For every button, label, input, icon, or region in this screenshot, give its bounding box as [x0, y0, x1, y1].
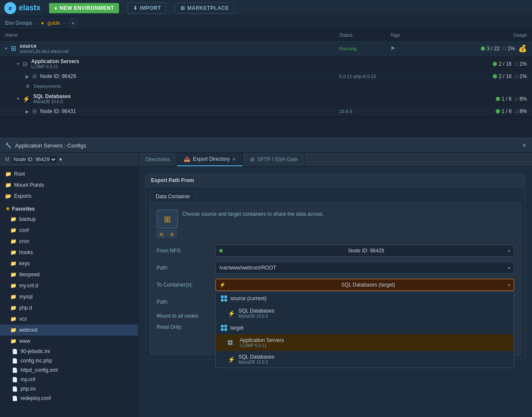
marketplace-button[interactable]: ⊞ MARKETPLACE: [175, 3, 234, 14]
folder-webroot-icon: 📁: [10, 327, 17, 333]
sidebar-item-litespeed[interactable]: 📁 litespeed: [0, 269, 138, 280]
tab-directories-label: Directories: [145, 156, 170, 162]
export-form: ⊞ ⊞ ⊞ Choose source and target container…: [149, 202, 521, 355]
sidebar-item-conf[interactable]: 📁 conf: [0, 225, 138, 236]
from-nfs-dropdown[interactable]: Node ID: 96429 ▾: [215, 245, 514, 257]
breadcrumb-env-groups[interactable]: Env Groups: [5, 20, 32, 26]
dropdown-item-target[interactable]: target: [216, 321, 514, 334]
node-header-icon: M: [5, 156, 9, 162]
import-button[interactable]: ⬇ IMPORT: [128, 3, 166, 14]
folder-cron-icon: 📁: [10, 238, 17, 244]
breadcrumb-add-button[interactable]: +: [69, 19, 77, 27]
config-panel-title: Application Servers : Configs: [15, 142, 86, 149]
file-icon-1: 📄: [12, 349, 18, 354]
sidebar-item-phpd[interactable]: 📁 php.d: [0, 302, 138, 313]
hooks-label: hooks: [19, 249, 33, 255]
file-httpd-config[interactable]: 📄 httpd_config.xml: [0, 365, 138, 375]
green-dot: [481, 46, 485, 51]
dropdown-item-source-current[interactable]: source (current): [216, 292, 514, 305]
folder-vcs-icon: 📁: [10, 316, 17, 322]
sidebar-item-mount-points[interactable]: 📁 Mount Points: [0, 180, 138, 191]
left-sidebar: M Node ID: 96429 ▾ 📁 Root 📁 Mount Points: [0, 153, 139, 417]
conf-label: conf: [19, 227, 29, 233]
tab-close-button[interactable]: ✕: [232, 157, 235, 162]
sidebar-item-keys[interactable]: 📁 keys: [0, 258, 138, 269]
folder-icon-root: 📁: [5, 171, 12, 177]
storage-icon5: □: [515, 108, 518, 114]
sidebar-item-cron[interactable]: 📁 cron: [0, 236, 138, 247]
phpd-label: php.d: [19, 305, 32, 311]
app-logo[interactable]: e elastx: [4, 2, 41, 14]
source-usage-count: 3 / 22: [481, 46, 500, 52]
file-mycnf[interactable]: 📄 my.cnf: [0, 375, 138, 384]
tab-directories[interactable]: Directories: [139, 153, 177, 166]
sidebar-item-mycnfd[interactable]: 📁 my.cnf.d: [0, 280, 138, 291]
export-tab-icon: 📤: [184, 156, 190, 162]
path-dropdown[interactable]: /var/www/webroot/ROOT ▾: [215, 262, 514, 274]
sql-source-detail: MariaDB 10.6.5: [238, 314, 274, 319]
tab-sftp[interactable]: 🖥 SFTP / SSH Gate: [243, 153, 305, 166]
sidebar-item-mysql[interactable]: 📁 mysql: [0, 291, 138, 302]
sql-detail: MariaDB 10.6.5: [33, 99, 71, 104]
dropdown-item-sql-source[interactable]: ⚡ SQL Databases MariaDB 10.6.5: [216, 305, 514, 321]
container-dropdown-arrow: ▾: [508, 283, 510, 287]
file-httpd-label: httpd_config.xml: [20, 367, 58, 373]
app-servers-row[interactable]: ▾ ⊟ Application Servers LLSMP 6.0.11 2 /…: [0, 56, 532, 71]
sidebar-item-vcs[interactable]: 📁 vcs: [0, 313, 138, 324]
file-config-inc[interactable]: 📄 config.inc.php: [0, 356, 138, 365]
new-environment-button[interactable]: ● NEW ENVIRONMENT: [49, 3, 119, 13]
node-dropdown[interactable]: Node ID: 96429: [12, 156, 57, 163]
data-container-tab[interactable]: Data Container: [146, 187, 525, 202]
collapse-icon[interactable]: ▾: [5, 46, 7, 51]
breadcrumb: Env Groups › ● guide › +: [0, 16, 532, 30]
webroot-label: webroot: [19, 327, 38, 333]
export-sub-icons-row: ⊞ ⊞: [157, 230, 178, 238]
folder-icon-mount: 📁: [5, 182, 12, 188]
file-phpini[interactable]: 📄 php.ini: [0, 384, 138, 394]
app-servers-sub-text: Application Servers LLSMP 6.0.11: [240, 337, 284, 348]
collapse-icon4[interactable]: ▾: [17, 96, 19, 101]
sidebar-item-root[interactable]: 📁 Root: [0, 168, 138, 180]
file-redeploy[interactable]: 📄 redeploy.conf: [0, 394, 138, 403]
sidebar-item-exports[interactable]: 📂 Exports: [0, 191, 138, 202]
dropdown-item-app-servers[interactable]: Application Servers LLSMP 6.0.11: [216, 334, 514, 351]
top-navigation: e elastx ● NEW ENVIRONMENT ⬇ IMPORT ⊞ MA…: [0, 0, 532, 16]
sql-databases-row[interactable]: ▾ ⚡ SQL Databases MariaDB 10.6.5 1 / 6 □…: [0, 91, 532, 106]
node-dropdown-arrow[interactable]: ▾: [59, 156, 62, 162]
app-servers-dropdown-detail: LLSMP 6.0.11: [240, 343, 284, 348]
data-container-tab-label: Data Container: [149, 191, 197, 202]
file-90-jelastic[interactable]: 📄 90-jelastic.ini: [0, 347, 138, 356]
server-icon: ⊟: [23, 61, 28, 67]
folder-litespeed-icon: 📁: [10, 272, 17, 278]
keys-label: keys: [19, 261, 30, 266]
col-name[interactable]: Name: [5, 32, 339, 38]
sql-source-icon: ⚡: [228, 310, 235, 317]
tab-sftp-label: SFTP / SSH Gate: [257, 156, 297, 162]
node-96431-row[interactable]: ▶ ⊟ Node ID: 96431 10.6.5 1 / 6 □ 8%: [0, 106, 532, 116]
collapse-icon3[interactable]: ▶: [26, 74, 29, 79]
sidebar-item-backup[interactable]: 📁 backup: [0, 214, 138, 225]
sidebar-item-www[interactable]: 📁 www: [0, 336, 138, 347]
collapse-icon2[interactable]: ▾: [17, 61, 19, 66]
tab-export-directory[interactable]: 📤 Export Directory ✕: [177, 153, 243, 166]
source-name: source: [20, 43, 69, 49]
sidebar-item-webroot[interactable]: 📁 webroot: [0, 324, 138, 336]
breadcrumb-env-name[interactable]: guide: [47, 20, 60, 26]
dropdown-item-sql-target[interactable]: ⚡ SQL Databases MariaDB 10.6.5: [216, 351, 514, 368]
from-nfs-label: From NFS:: [157, 248, 212, 254]
mount-points-label: Mount Points: [14, 182, 44, 188]
sidebar-item-hooks[interactable]: 📁 hooks: [0, 247, 138, 258]
sql-count: 1 / 6: [496, 96, 512, 102]
close-button[interactable]: ✕: [522, 142, 527, 149]
path-row: Path: /var/www/webroot/ROOT ▾: [157, 262, 514, 274]
node-96429-row[interactable]: ▶ ⊟ Node ID: 96429 6.0.11-php-8.0.15 2 /…: [0, 71, 532, 81]
node-96429-name: ▶ ⊟ Node ID: 96429: [26, 73, 339, 79]
env-table-header: Name Status Tags Usage: [0, 30, 532, 41]
folder-backup-icon: 📁: [10, 216, 17, 222]
file-icon-2: 📄: [12, 358, 18, 364]
collapse-icon5[interactable]: ▶: [26, 109, 29, 114]
source-group-header[interactable]: ▾ ⊞ source source1.jls-sto1.elastx.net R…: [0, 41, 532, 56]
breadcrumb-separator2: ›: [64, 20, 66, 26]
file-icon-6: 📄: [12, 396, 18, 401]
to-container-dropdown[interactable]: ⚡ SQL Databases (target) ▾: [215, 279, 514, 291]
